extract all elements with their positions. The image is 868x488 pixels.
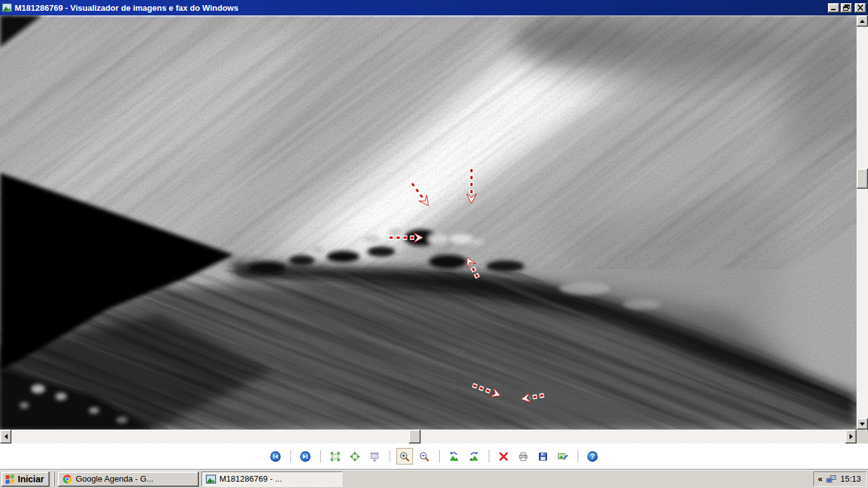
close-button[interactable] — [855, 3, 866, 13]
viewer-toolbar: ? — [268, 448, 601, 464]
minimize-icon — [830, 4, 837, 11]
help-button[interactable]: ? — [585, 448, 601, 464]
best-fit-icon — [330, 451, 341, 462]
save-button[interactable] — [535, 448, 552, 464]
toolbar-separator — [489, 450, 489, 463]
best-fit-button[interactable] — [327, 448, 344, 464]
taskbar-divider — [53, 472, 55, 486]
start-label: Iniciar — [18, 474, 44, 484]
image-viewport — [0, 15, 857, 430]
window-title: M181286769 - Visualizador de imagens e f… — [15, 3, 827, 13]
scroll-right-button[interactable] — [845, 430, 857, 444]
toolbar-separator — [439, 450, 440, 463]
toolbar-separator — [290, 450, 291, 463]
scroll-up-button[interactable] — [857, 15, 868, 27]
restore-button[interactable] — [841, 3, 852, 13]
down-arrow-icon — [860, 423, 865, 426]
save-icon — [538, 451, 548, 462]
toolbar-separator — [578, 450, 578, 463]
picture-viewer-icon — [206, 474, 216, 484]
slideshow-icon — [369, 451, 380, 462]
help-icon: ? — [587, 451, 598, 462]
delete-icon — [498, 451, 509, 462]
network-icon[interactable] — [826, 474, 836, 484]
lunar-photo — [0, 15, 857, 430]
edit-button[interactable] — [555, 448, 571, 464]
right-arrow-icon — [850, 434, 853, 439]
zoom-in-button[interactable] — [397, 448, 413, 464]
vertical-scrollbar[interactable] — [857, 15, 868, 430]
next-image-icon — [300, 451, 311, 462]
task-button-image-viewer[interactable]: M181286769 - ... — [201, 471, 342, 487]
chrome-icon — [62, 474, 72, 484]
start-button[interactable]: Iniciar — [1, 471, 50, 487]
task-label: Google Agenda - G... — [76, 474, 153, 484]
print-icon — [518, 451, 529, 462]
toolbar-separator — [320, 450, 321, 463]
vertical-scroll-thumb[interactable] — [857, 168, 868, 189]
edit-icon — [557, 451, 568, 462]
restore-icon — [843, 4, 850, 11]
horizontal-scroll-thumb[interactable] — [409, 430, 421, 444]
window-titlebar: M181286769 - Visualizador de imagens e f… — [0, 0, 868, 15]
tray-collapse-chevron[interactable]: « — [818, 475, 822, 483]
slideshow-button[interactable] — [367, 448, 383, 464]
minimize-button[interactable] — [828, 3, 839, 13]
system-tray: « 15:13 — [813, 471, 867, 487]
previous-image-button[interactable] — [268, 448, 284, 464]
delete-button[interactable] — [496, 448, 512, 464]
scroll-left-button[interactable] — [0, 430, 11, 444]
next-image-button[interactable] — [297, 448, 314, 464]
actual-size-icon — [349, 451, 360, 462]
previous-image-icon — [270, 451, 281, 462]
left-arrow-icon — [4, 434, 8, 439]
up-arrow-icon — [860, 20, 865, 23]
close-icon — [857, 4, 864, 11]
zoom-out-button[interactable] — [416, 448, 433, 464]
rotate-counterclockwise-icon — [449, 451, 459, 462]
picture-viewer-icon — [2, 3, 12, 13]
rotate-clockwise-icon — [468, 451, 479, 462]
scrollbar-corner — [857, 430, 868, 444]
zoom-out-icon — [419, 451, 430, 462]
rotate-counterclockwise-button[interactable] — [446, 448, 463, 464]
windows-logo-icon — [4, 473, 16, 485]
task-label: M181286769 - ... — [219, 474, 281, 484]
toolbar-separator — [390, 450, 390, 463]
scroll-down-button[interactable] — [857, 418, 868, 430]
screen: M181286769 - Visualizador de imagens e f… — [0, 0, 868, 488]
horizontal-scrollbar[interactable] — [0, 430, 857, 444]
svg-text:?: ? — [590, 452, 595, 460]
rotate-clockwise-button[interactable] — [466, 448, 482, 464]
task-button-google-agenda[interactable]: Google Agenda - G... — [58, 471, 199, 487]
actual-size-button[interactable] — [347, 448, 363, 464]
print-button[interactable] — [515, 448, 532, 464]
tray-clock: 15:13 — [840, 474, 861, 484]
taskbar: Iniciar Google Agenda - G... M181286769 … — [0, 469, 868, 488]
zoom-in-icon — [399, 451, 410, 462]
viewer-toolbar-strip: ? — [0, 444, 868, 469]
